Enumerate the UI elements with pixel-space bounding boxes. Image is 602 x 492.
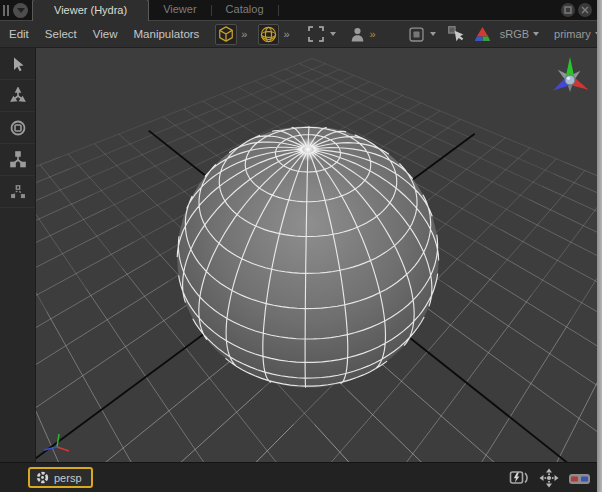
cursor-arrow-icon [9, 55, 27, 73]
marquee-select-button[interactable] [306, 24, 326, 44]
globe-icon [259, 25, 278, 44]
tab-catalog[interactable]: Catalog [212, 0, 278, 20]
pane-splitter[interactable] [597, 0, 602, 492]
translate-tool[interactable] [0, 80, 35, 112]
camera-gear-icon [36, 471, 49, 484]
color-space-select[interactable]: sRGB [500, 28, 529, 40]
rotate-circle-icon [9, 119, 27, 137]
square-icon [564, 6, 572, 14]
axis-y-green [566, 57, 574, 77]
status-bar-icons [509, 468, 591, 492]
camera-view-label: persp [54, 472, 82, 484]
viewport-canvas[interactable] [36, 48, 597, 462]
view-output-select[interactable]: primary [554, 28, 591, 40]
display-mode-icon [407, 25, 426, 44]
scale-tool[interactable] [0, 144, 35, 176]
lookthrough-light-button[interactable] [258, 24, 279, 45]
chevron-expand[interactable]: » [283, 29, 289, 40]
tab-viewer[interactable]: Viewer [149, 0, 210, 20]
flush-caches-button[interactable] [509, 469, 530, 491]
color-management-button[interactable] [473, 25, 492, 43]
scale-jack-icon [9, 151, 27, 169]
lookthrough-geometry-button[interactable] [215, 24, 237, 45]
chevron-down-icon [17, 8, 25, 13]
pointer-select-icon [446, 24, 466, 44]
viewer-tool-sidebar [0, 48, 36, 462]
menu-view[interactable]: View [85, 28, 126, 40]
marquee-select-icon [306, 24, 326, 44]
select-tool[interactable] [0, 48, 35, 80]
maximize-pane-button[interactable] [561, 3, 575, 17]
viewer-pane: Viewer (Hydra) Viewer Catalog Edit Selec… [0, 0, 602, 492]
cube-icon [216, 24, 236, 44]
chevron-expand[interactable]: » [370, 29, 376, 40]
stereo-view-button[interactable] [568, 470, 591, 491]
rotate-tool[interactable] [0, 112, 35, 144]
lookthrough-camera-button[interactable] [349, 25, 366, 44]
chevron-down-icon[interactable] [430, 32, 436, 36]
pan-view-button[interactable] [539, 468, 559, 492]
viewer-toolbar: Edit Select View Manipulators » » [0, 21, 597, 48]
translate-jack-icon [9, 87, 27, 105]
menu-select[interactable]: Select [37, 28, 85, 40]
pane-menu-button[interactable] [13, 3, 28, 18]
tab-bar: Viewer (Hydra) Viewer Catalog [0, 0, 597, 21]
pivot-orbit-icon [9, 183, 27, 201]
stereo-glasses-icon [568, 470, 591, 487]
flush-caches-icon [509, 469, 530, 487]
pointer-snap-button[interactable] [446, 24, 466, 44]
tab-separator [278, 5, 279, 16]
camera-view-button[interactable]: persp [28, 467, 93, 488]
chevron-down-icon[interactable] [330, 32, 336, 36]
chevron-expand[interactable]: » [241, 29, 247, 40]
close-pane-button[interactable] [578, 3, 592, 17]
display-mode-button[interactable] [407, 25, 426, 44]
scene-geometry [36, 58, 597, 462]
menu-edit[interactable]: Edit [0, 28, 37, 40]
pan-view-icon [539, 468, 559, 488]
viewport-3d [36, 48, 597, 462]
pivot-tool[interactable] [0, 176, 35, 208]
pane-grip-icon[interactable] [3, 5, 9, 16]
color-gamut-icon [473, 25, 492, 43]
viewer-status-bar: persp [0, 462, 597, 492]
tab-viewer-hydra[interactable]: Viewer (Hydra) [32, 0, 149, 21]
pane-window-buttons [561, 3, 597, 17]
person-icon [349, 25, 366, 44]
menu-manipulators[interactable]: Manipulators [126, 28, 208, 40]
axis-orientation-gizmo[interactable] [551, 57, 591, 94]
close-icon [581, 6, 589, 14]
chevron-down-icon[interactable] [533, 32, 539, 36]
